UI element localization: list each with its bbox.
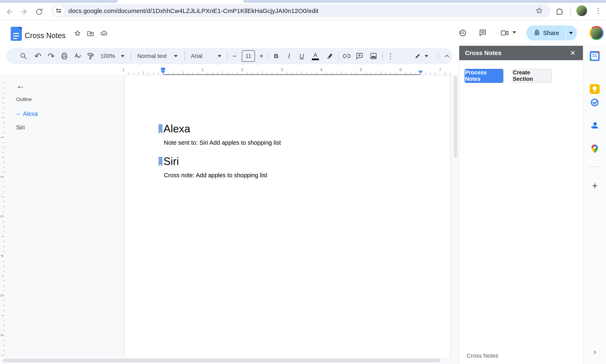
paint-format-icon[interactable] [87,48,95,64]
share-button[interactable]: Share [526,26,577,40]
browser-profile-avatar[interactable] [576,5,587,16]
star-document-icon[interactable] [74,30,81,38]
editing-mode-icon[interactable] [414,48,422,64]
cross-notes-panel: Cross Notes ✕ Process Notes Create Secti… [459,46,583,364]
site-info-icon[interactable] [53,5,64,16]
extensions-icon[interactable] [555,6,564,15]
close-outline-button[interactable]: ← [16,80,25,91]
vertical-ruler[interactable]: 123456 [0,75,5,357]
spell-check-icon[interactable] [73,48,82,64]
font-size-input[interactable]: 11 [242,50,255,62]
editing-mode-caret[interactable] [425,55,428,57]
docs-app-icon[interactable] [11,27,22,41]
create-section-button[interactable]: Create Section [512,69,552,83]
italic-button[interactable]: I [288,48,290,64]
insert-link-icon[interactable] [342,48,351,64]
url-text[interactable]: docs.google.com/document/d/1DxhhCw4LZJLi… [68,7,318,14]
font-select[interactable]: Arial [191,48,202,64]
panel-footer-label: Cross Notes [467,352,498,359]
bookmark-star-icon[interactable] [535,7,543,16]
print-icon[interactable] [60,48,68,64]
outline-active-dash: – [16,110,20,117]
active-tab[interactable] [117,0,244,3]
maps-icon[interactable] [590,144,600,154]
back-button[interactable] [4,7,13,16]
font-caret[interactable] [218,55,221,57]
comments-icon[interactable] [478,28,488,38]
meet-dropdown-caret[interactable] [512,31,516,34]
move-to-folder-icon[interactable] [87,29,94,38]
underline-button[interactable]: U [299,48,304,64]
panel-close-icon[interactable]: ✕ [568,49,577,57]
outline-heading: Outline [16,96,32,102]
add-comment-icon[interactable] [355,48,364,64]
document-status-cloud-icon[interactable] [100,29,108,38]
browser-menu-icon[interactable]: ⋮ [594,6,603,15]
left-indent-marker[interactable] [161,71,165,74]
highlight-color-icon[interactable] [326,48,334,64]
process-notes-button[interactable]: Process Notes [464,69,503,83]
insert-image-icon[interactable] [369,48,378,64]
tab-strip [0,0,606,3]
panel-title: Cross Notes [465,50,502,56]
forward-button[interactable] [20,7,29,16]
document-page[interactable] [124,75,451,357]
share-split-divider [566,27,566,39]
calendar-icon[interactable]: 31 [590,51,600,61]
redo-icon[interactable]: ↷ [48,48,55,64]
zoom-caret[interactable] [121,55,125,57]
workspace-side-rail: 31 + › [583,46,606,364]
share-dropdown-caret[interactable] [569,32,573,34]
increase-font-icon[interactable]: + [259,48,263,64]
search-menus-icon[interactable] [19,48,28,64]
heading-siri[interactable]: Siri [163,155,179,167]
meet-video-icon[interactable] [500,28,510,38]
tasks-icon[interactable] [590,97,600,107]
formatting-toolbar: ↶ ↷ 100% Normal text Arial − 11 + B I U … [6,48,452,64]
document-canvas [0,75,459,364]
lock-icon [533,29,541,37]
zoom-select[interactable]: 100% [100,48,115,64]
document-vertical-scrollbar[interactable] [454,76,457,158]
horizontal-ruler[interactable]: 11234567 [0,66,453,75]
outline-item-alexa[interactable]: – Alexa [16,110,38,117]
paragraph-style-select[interactable]: Normal text [137,48,167,64]
document-horizontal-scrollbar[interactable] [3,359,440,362]
toolbar-separator [570,6,571,15]
document-title[interactable]: Cross Notes [25,31,65,40]
body-alexa[interactable]: Note sent to: Siri Add apples to shoppin… [164,139,281,146]
left-indent-square[interactable] [161,68,165,70]
version-history-icon[interactable] [458,28,467,38]
text-color-button[interactable]: A [312,48,319,64]
heading-alexa[interactable]: Alexa [163,122,190,135]
style-caret[interactable] [174,55,178,57]
account-avatar[interactable] [590,26,604,40]
decrease-font-icon[interactable]: − [232,48,237,64]
url-bar[interactable]: docs.google.com/document/d/1DxhhCw4LZJLi… [51,4,551,17]
hide-menus-icon[interactable] [443,48,451,64]
panel-header: Cross Notes ✕ [459,46,583,60]
contacts-icon[interactable] [590,121,600,130]
body-siri[interactable]: Cross note: Add apples to shopping list [164,172,267,179]
keep-icon[interactable] [590,84,600,94]
reload-button[interactable] [35,7,44,16]
collapse-panel-chevron[interactable]: › [583,347,606,356]
undo-icon[interactable]: ↶ [34,48,41,64]
app-window: docs.google.com/document/d/1DxhhCw4LZJLi… [0,0,606,364]
outline-item-siri[interactable]: Siri [16,124,25,131]
get-addons-icon[interactable]: + [583,180,606,191]
bold-button[interactable]: B [274,48,278,64]
more-toolbar-icon[interactable]: ⋮ [387,48,394,64]
share-label: Share [543,30,559,37]
rail-divider [589,167,601,167]
